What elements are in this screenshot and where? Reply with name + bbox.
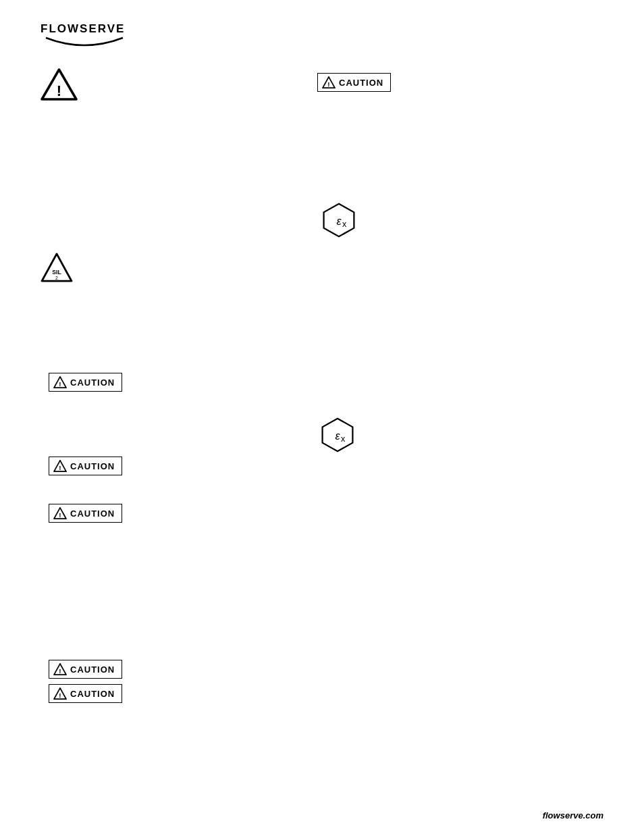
svg-text:x: x (341, 434, 346, 444)
caution-badge-icon-top: ! (322, 76, 336, 88)
caution-badge-top-right: ! CAUTION (317, 73, 391, 92)
footer-url-text: flowserve.com (543, 810, 603, 820)
caution-badge-3: ! CAUTION (49, 504, 122, 523)
svg-text:ε: ε (336, 215, 342, 227)
svg-text:SIL: SIL (52, 269, 61, 276)
caution-label-top: CAUTION (339, 78, 383, 88)
svg-text:!: ! (59, 692, 61, 699)
caution-badge-icon-4: ! (53, 663, 67, 675)
caution-label-1: CAUTION (70, 377, 115, 388)
ex-symbol-top: ε x (321, 203, 356, 238)
logo: FLOWSERVE (41, 14, 128, 53)
caution-badge-icon-3: ! (53, 507, 67, 519)
svg-text:!: ! (59, 511, 61, 519)
caution-label-2: CAUTION (70, 461, 115, 471)
ex-symbol-mid: ε x (320, 417, 355, 452)
flowserve-logo: FLOWSERVE (41, 14, 128, 51)
svg-text:2: 2 (55, 276, 58, 280)
footer-url: flowserve.com (543, 810, 603, 820)
svg-text:!: ! (59, 380, 61, 388)
caution-label-3: CAUTION (70, 509, 115, 519)
svg-text:!: ! (59, 667, 61, 675)
caution-label-4: CAUTION (70, 664, 115, 675)
warning-triangle-icon: ! (41, 68, 78, 101)
caution-badge-2: ! CAUTION (49, 457, 122, 475)
caution-badge-icon-2: ! (53, 460, 67, 472)
caution-badge-4: ! CAUTION (49, 660, 122, 679)
svg-text:!: ! (327, 80, 329, 88)
svg-text:!: ! (57, 82, 61, 99)
svg-text:!: ! (59, 464, 61, 471)
caution-badge-1: ! CAUTION (49, 373, 122, 392)
svg-text:x: x (342, 219, 347, 229)
warning-sil-icon: SIL 2 (41, 253, 73, 282)
caution-badge-5: ! CAUTION (49, 684, 122, 703)
caution-badge-icon-5: ! (53, 687, 67, 700)
svg-text:ε: ε (335, 429, 340, 442)
caution-label-5: CAUTION (70, 689, 115, 699)
caution-badge-icon-1: ! (53, 376, 67, 388)
page: FLOWSERVE ! ! CAUTION ε x SIL 2 ! CAUTIO… (0, 0, 644, 834)
svg-text:FLOWSERVE: FLOWSERVE (41, 22, 125, 35)
